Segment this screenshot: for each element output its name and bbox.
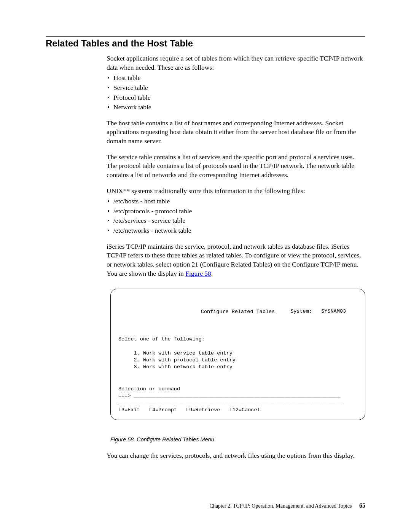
list-item: Network table — [107, 103, 365, 112]
intro-paragraph: Socket applications require a set of tab… — [107, 54, 365, 72]
closing-paragraph: You can change the services, protocols, … — [107, 451, 365, 460]
terminal-option: 2. Work with protocol table entry — [134, 357, 236, 363]
host-paragraph: The host table contains a list of host n… — [107, 119, 365, 146]
divider-line: ________________________________________… — [118, 400, 343, 406]
section-rule — [46, 36, 365, 37]
section-title: Related Tables and the Host Table — [46, 38, 365, 49]
footer-chapter: Chapter 2. TCP/IP: Operation, Management… — [209, 503, 352, 509]
terminal-option: 1. Work with service table entry — [134, 350, 233, 356]
terminal-system: System: SYSNAM03 — [266, 301, 346, 322]
page-number: 65 — [359, 502, 365, 509]
system-label: System: — [290, 308, 312, 314]
list-item: Service table — [107, 83, 365, 93]
list-item: /etc/networks - network table — [107, 226, 365, 235]
body-content: Socket applications require a set of tab… — [107, 54, 365, 460]
terminal-prompt: Select one of the following: — [118, 336, 205, 342]
figure-caption: Figure 58. Configure Related Tables Menu — [110, 436, 365, 444]
list-item: /etc/services - service table — [107, 216, 365, 225]
iseries-paragraph: iSeries TCP/IP maintains the service, pr… — [107, 242, 365, 278]
terminal-body: Select one of the following: 1. Work wit… — [118, 336, 357, 371]
selection-label: Selection or command — [118, 386, 180, 392]
list-item: Host table — [107, 73, 365, 83]
iseries-text: iSeries TCP/IP maintains the service, pr… — [107, 243, 361, 277]
files-list: /etc/hosts - host table /etc/protocols -… — [107, 197, 365, 235]
unix-paragraph: UNIX** systems traditionally store this … — [107, 187, 365, 196]
tables-list: Host table Service table Protocol table … — [107, 73, 365, 112]
terminal-screen: Configure Related Tables System: SYSNAM0… — [110, 289, 365, 420]
system-value: SYSNAM03 — [321, 308, 346, 314]
figure-link[interactable]: Figure 58 — [185, 270, 211, 277]
page-footer: Chapter 2. TCP/IP: Operation, Management… — [209, 502, 365, 509]
list-item: /etc/hosts - host table — [107, 197, 365, 206]
service-paragraph: The service table contains a list of ser… — [107, 153, 365, 180]
list-item: Protocol table — [107, 93, 365, 102]
terminal-option: 3. Work with network table entry — [134, 364, 233, 370]
terminal-bottom: Selection or command ===> ______________… — [118, 386, 357, 414]
cmd-prefix: ===> — [118, 393, 131, 399]
cmd-input-line[interactable]: ________________________________________… — [131, 393, 340, 399]
fkey-bar: F3=Exit F4=Prompt F9=Retrieve F12=Cancel — [118, 407, 260, 413]
list-item: /etc/protocols - protocol table — [107, 207, 365, 216]
iseries-suffix: . — [211, 270, 213, 277]
